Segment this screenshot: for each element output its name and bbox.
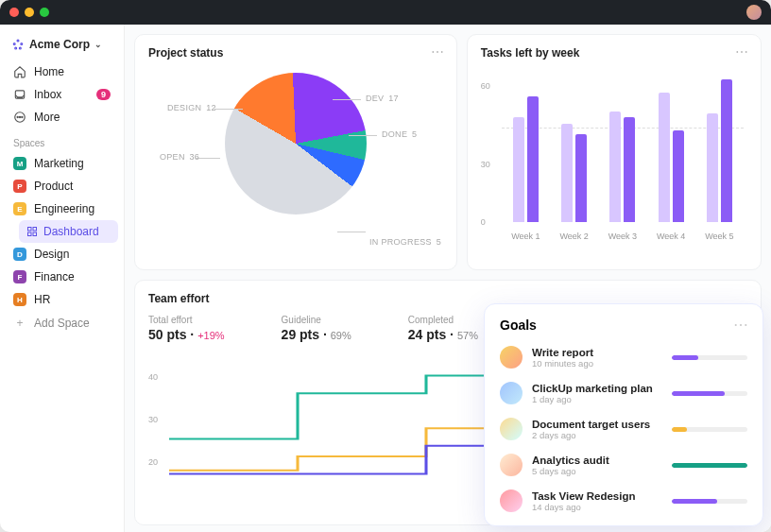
nav-more[interactable]: More — [6, 106, 118, 129]
svg-point-2 — [21, 43, 23, 44]
sidebar-space-marketing[interactable]: MMarketing — [6, 152, 118, 175]
pie-label-open: OPEN 36 — [158, 152, 199, 162]
workspace-switcher[interactable]: Acme Corp ⌄ — [6, 34, 118, 55]
card-menu-icon[interactable]: ⋯ — [735, 44, 749, 60]
space-label: Product — [34, 180, 73, 193]
y-tick: 30 — [481, 160, 490, 169]
bar-group — [607, 112, 639, 222]
bar-group — [703, 79, 735, 222]
add-space-button[interactable]: + Add Space — [6, 311, 118, 335]
project-status-card: Project status ⋯ DEV 17 DONE 5 IN PROGRE… — [134, 34, 457, 270]
close-window-icon[interactable] — [9, 8, 19, 17]
sidebar-space-finance[interactable]: FFinance — [6, 266, 118, 288]
x-tick: Week 3 — [608, 232, 637, 241]
goal-progress — [672, 427, 747, 432]
goal-item[interactable]: Write report10 minutes ago — [500, 346, 747, 369]
sidebar-dashboard[interactable]: Dashboard — [19, 220, 118, 243]
goal-item[interactable]: Analytics audit5 days ago — [500, 454, 747, 476]
goal-name: Analytics audit — [532, 455, 662, 466]
space-badge-icon: D — [13, 248, 26, 261]
app-window: Acme Corp ⌄ Home Inbox 9 More Spaces MMa… — [0, 0, 771, 532]
leader-line — [214, 109, 243, 110]
svg-point-8 — [22, 116, 23, 117]
metric: Total effort 50 pts · +19% — [148, 315, 225, 342]
goal-time: 10 minutes ago — [532, 358, 662, 369]
nav-label: Inbox — [34, 88, 61, 101]
goal-time: 2 days ago — [532, 430, 662, 440]
card-title: Project status — [148, 46, 443, 60]
goal-avatar — [500, 382, 523, 404]
bar-chart: 60 30 0 Week 1Week 2Week 3Week 4Week 5 — [481, 73, 747, 243]
sidebar-space-design[interactable]: DDesign — [6, 243, 118, 266]
svg-rect-10 — [33, 228, 37, 232]
nav-home[interactable]: Home — [6, 60, 118, 83]
leader-line — [333, 99, 361, 100]
y-tick: 40 — [148, 372, 158, 382]
svg-point-0 — [17, 40, 19, 42]
goal-name: ClickUp marketing plan — [532, 383, 662, 394]
space-badge-icon: H — [13, 293, 26, 306]
bar — [707, 113, 718, 222]
user-avatar[interactable] — [746, 5, 762, 20]
goal-time: 1 day ago — [532, 394, 662, 404]
card-menu-icon[interactable]: ⋯ — [431, 44, 445, 60]
bar — [673, 130, 684, 222]
tasks-by-week-card: Tasks left by week ⋯ 60 30 0 Week 1Week … — [467, 34, 762, 270]
space-badge-icon: E — [13, 202, 26, 215]
goal-progress — [672, 355, 747, 360]
titlebar — [0, 0, 771, 25]
metric-label: Guideline — [282, 315, 351, 325]
svg-point-4 — [19, 47, 21, 49]
leader-line — [337, 232, 366, 232]
bar-group — [509, 96, 541, 222]
leader-line — [349, 135, 377, 136]
x-tick: Week 2 — [559, 232, 588, 241]
y-tick: 0 — [481, 217, 486, 227]
y-tick: 60 — [481, 81, 490, 91]
bar — [561, 124, 573, 222]
metric: Completed 24 pts · 57% — [408, 315, 478, 342]
sidebar-space-engineering[interactable]: EEngineering — [6, 197, 118, 220]
goal-progress — [672, 499, 747, 504]
pie-graphic — [225, 73, 367, 215]
x-tick: Week 4 — [657, 232, 685, 241]
sidebar-space-product[interactable]: PProduct — [6, 175, 118, 197]
more-icon — [13, 111, 26, 124]
goal-item[interactable]: Document target users2 days ago — [500, 418, 747, 440]
nav-inbox[interactable]: Inbox 9 — [6, 83, 118, 106]
space-label: HR — [34, 293, 50, 306]
y-tick: 30 — [148, 415, 158, 424]
svg-point-3 — [15, 47, 17, 49]
sidebar-space-hr[interactable]: HHR — [6, 288, 118, 311]
x-tick: Week 5 — [705, 232, 733, 241]
maximize-window-icon[interactable] — [40, 8, 49, 17]
inbox-badge: 9 — [96, 89, 111, 100]
sidebar: Acme Corp ⌄ Home Inbox 9 More Spaces MMa… — [0, 25, 125, 532]
card-menu-icon[interactable]: ⋯ — [733, 316, 749, 334]
y-tick: 20 — [148, 457, 158, 467]
minimize-window-icon[interactable] — [25, 8, 34, 17]
pie-label-dev: DEV 17 — [364, 94, 399, 103]
svg-point-6 — [17, 116, 18, 117]
metric-value: 24 pts · 57% — [408, 327, 478, 342]
space-badge-icon: F — [13, 270, 26, 283]
workspace-icon — [11, 38, 25, 51]
home-icon — [13, 65, 26, 78]
goal-name: Task View Redesign — [532, 490, 662, 502]
svg-rect-12 — [33, 232, 37, 236]
svg-rect-9 — [28, 228, 32, 232]
bar-group — [655, 93, 687, 222]
pie-chart: DEV 17 DONE 5 IN PROGRESS 5 DESIGN 12 OP… — [148, 73, 443, 243]
bar — [527, 96, 539, 222]
pie-label-inprogress: IN PROGRESS 5 — [368, 237, 441, 247]
workspace-name: Acme Corp — [29, 38, 90, 51]
goal-item[interactable]: ClickUp marketing plan1 day ago — [500, 382, 747, 404]
space-badge-icon: M — [13, 157, 26, 170]
goal-time: 14 days ago — [532, 502, 662, 512]
goal-item[interactable]: Task View Redesign14 days ago — [500, 489, 747, 512]
card-title: Tasks left by week — [481, 46, 747, 60]
goal-avatar — [500, 454, 523, 476]
spaces-section-label: Spaces — [6, 129, 118, 152]
metric-label: Total effort — [148, 315, 225, 325]
goal-progress — [672, 463, 747, 468]
